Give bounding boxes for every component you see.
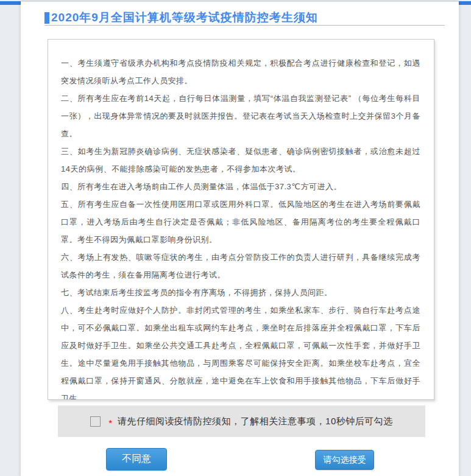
notice-paragraph: 八、考生赴考时应做好个人防护。非封闭式管理的考生，如乘坐私家车、步行、骑自行车赴… — [61, 301, 420, 400]
title-marker — [44, 12, 49, 24]
disagree-button[interactable]: 不同意 — [106, 448, 167, 471]
notice-paragraph: 七、考试结束后考生按监考员的指令有序离场，不得拥挤，保持人员间距。 — [61, 284, 420, 301]
agreement-label: 请先仔细阅读疫情防控须知，了解相关注意事项，10秒钟后可勾选 — [118, 416, 393, 427]
page-header: 2020年9月全国计算机等级考试疫情防控考生须知 — [44, 10, 318, 26]
notice-paragraph: 四、所有考生在进入考场前由工作人员测量体温，体温低于37.3℃方可进入。 — [61, 178, 420, 195]
agreement-checkbox[interactable] — [90, 416, 101, 427]
content-card: 2020年9月全国计算机等级考试疫情防控考生须知 一、考生须遵守省级承办机构和考… — [21, 1, 459, 476]
notice-paragraph: 一、考生须遵守省级承办机构和考点疫情防疫相关规定，积极配合考点进行健康检查和登记… — [61, 54, 420, 89]
notice-paragraph: 三、如考生为新冠肺炎确诊病例、无症状感染者、疑似患者、确诊病例密切接触者，或治愈… — [61, 142, 420, 178]
notice-paragraph: 六、考场上有发热、咳嗽等症状的考生，由考点分管防疫工作的负责人进行研判，具备继续… — [61, 248, 420, 284]
page-background: 2020年9月全国计算机等级考试疫情防控考生须知 一、考生须遵守省级承办机构和考… — [0, 0, 471, 476]
page-title: 2020年9月全国计算机等级考试疫情防控考生须知 — [51, 10, 318, 26]
notice-box: 一、考生须遵守省级承办机构和考点疫情防疫相关规定，积极配合考点进行健康检查和登记… — [48, 39, 434, 400]
accept-button[interactable]: 请勾选接受 — [315, 450, 374, 470]
notice-paragraph: 五、所有考生应自备一次性使用医用口罩或医用外科口罩。低风险地区的考生在进入考场前… — [61, 195, 420, 248]
notice-paragraph: 二、所有考生应在考前14天起，自行每日体温测量，填写“体温自我监测登记表” （每… — [61, 89, 420, 142]
required-asterisk: * — [108, 416, 112, 427]
agreement-bar: * 请先仔细阅读疫情防控须知，了解相关注意事项，10秒钟后可勾选 — [58, 405, 425, 437]
header-divider — [44, 25, 445, 26]
